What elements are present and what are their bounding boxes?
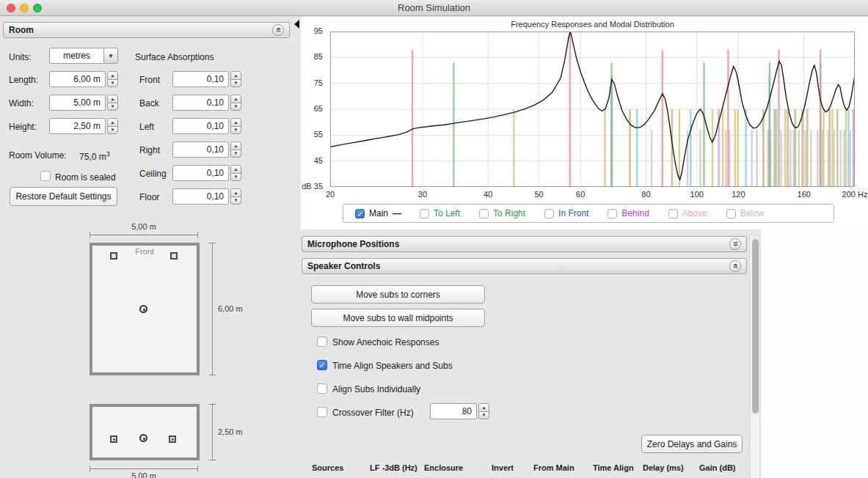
time-align-checkbox[interactable] — [317, 360, 327, 370]
y-axis-labels: dB 35455565758595 — [295, 0, 327, 213]
spinner-down-icon[interactable]: ▼ — [230, 196, 241, 205]
spinner-down-icon[interactable]: ▼ — [230, 173, 241, 182]
move-subs-to-corners-button[interactable]: Move subs to corners — [311, 285, 485, 304]
crossover-frequency-input[interactable]: 80 — [430, 403, 477, 419]
combo-arrow-button[interactable]: ▼ — [104, 48, 118, 64]
legend-item-above[interactable]: Above — [668, 208, 707, 218]
left-sub-icon[interactable] — [110, 435, 117, 443]
width-input[interactable]: 5,00 m — [49, 95, 106, 111]
side-view-height-dimension-line — [212, 404, 213, 460]
absorption-front-spinner[interactable]: 0,10 ▲▼ — [172, 71, 241, 87]
spinner-down-icon[interactable]: ▼ — [230, 126, 241, 135]
spinner-up-icon[interactable]: ▲ — [230, 118, 241, 127]
spinner-up-icon[interactable]: ▲ — [107, 118, 118, 127]
legend-item-in-front[interactable]: In Front — [544, 208, 588, 218]
spinner-buttons[interactable]: ▲▼ — [230, 188, 241, 205]
spinner-up-icon[interactable]: ▲ — [478, 403, 489, 412]
length-input[interactable]: 6,00 m — [49, 71, 106, 87]
window-titlebar: Room Simulation — [0, 0, 868, 16]
spinner-down-icon[interactable]: ▼ — [107, 79, 118, 88]
spinner-up-icon[interactable]: ▲ — [230, 141, 241, 150]
spinner-up-icon[interactable]: ▲ — [107, 95, 118, 103]
absorption-ceiling-input[interactable]: 0,10 — [172, 165, 229, 181]
mic-panel-expand-button[interactable] — [729, 238, 741, 250]
units-combobox[interactable]: metres ▼ — [49, 48, 118, 64]
top-view-length-dimension: 6,00 m — [218, 304, 243, 313]
legend-in-front-checkbox[interactable] — [544, 209, 554, 218]
legend-item-to-right[interactable]: To Right — [479, 208, 525, 218]
width-spinner[interactable]: 5,00 m ▲▼ — [49, 95, 118, 111]
legend-main-checkbox[interactable] — [355, 209, 365, 218]
height-spinner[interactable]: 2,50 m ▲▼ — [49, 118, 118, 134]
absorption-floor-input[interactable]: 0,10 — [172, 188, 229, 205]
spinner-up-icon[interactable]: ▲ — [230, 95, 241, 103]
absorption-right-input[interactable]: 0,10 — [172, 141, 229, 158]
legend-to-left-label: To Left — [434, 208, 460, 218]
spinner-up-icon[interactable]: ▲ — [230, 188, 241, 197]
spinner-buttons[interactable]: ▲▼ — [230, 71, 241, 87]
legend-to-right-checkbox[interactable] — [479, 209, 489, 218]
zero-delays-and-gains-button[interactable]: Zero Delays and Gains — [641, 435, 743, 453]
restore-defaults-button[interactable]: Restore Default Settings — [10, 187, 117, 206]
absorption-back-input[interactable]: 0,10 — [172, 95, 229, 111]
absorption-left-input[interactable]: 0,10 — [172, 118, 229, 134]
align-subs-individually-checkbox[interactable] — [317, 383, 327, 394]
height-input[interactable]: 2,50 m — [49, 118, 106, 134]
room-panel-header[interactable]: Room — [3, 22, 290, 38]
spinner-buttons[interactable]: ▲▼ — [230, 95, 241, 111]
spinner-down-icon[interactable]: ▼ — [230, 150, 241, 158]
spinner-up-icon[interactable]: ▲ — [230, 71, 241, 80]
legend-item-to-left[interactable]: To Left — [420, 208, 460, 218]
absorption-front-input[interactable]: 0,10 — [172, 71, 229, 87]
spinner-up-icon[interactable]: ▲ — [230, 165, 241, 174]
side-view-height-dimension: 2,50 m — [218, 427, 243, 436]
spinner-down-icon[interactable]: ▼ — [107, 103, 118, 111]
absorption-right-spinner[interactable]: 0,10 ▲▼ — [172, 141, 241, 158]
x-tick-label: 50 — [534, 190, 543, 199]
show-anechoic-responses-checkbox[interactable] — [317, 337, 327, 347]
vertical-scrollbar[interactable] — [749, 236, 760, 478]
absorption-back-spinner[interactable]: 0,10 ▲▼ — [172, 95, 241, 111]
listener-side-icon[interactable] — [139, 434, 147, 442]
legend-behind-checkbox[interactable] — [608, 209, 617, 218]
legend-below-checkbox[interactable] — [726, 209, 736, 218]
right-sub-icon[interactable] — [169, 435, 176, 443]
legend-item-below[interactable]: Below — [726, 208, 765, 218]
right-speaker-icon[interactable] — [170, 252, 178, 260]
listener-icon[interactable] — [139, 305, 147, 313]
absorption-floor-spinner[interactable]: 0,10 ▲▼ — [172, 188, 241, 205]
chart-legend: Main — To Left To Right In Front Behind … — [343, 204, 834, 223]
spinner-buttons[interactable]: ▲▼ — [107, 118, 118, 134]
speaker-panel-collapse-button[interactable] — [729, 260, 741, 272]
align-subs-individually-label: Align Subs Individually — [332, 384, 420, 394]
room-panel-collapse-button[interactable] — [272, 24, 284, 36]
legend-item-behind[interactable]: Behind — [608, 208, 649, 218]
room-volume-label: Room Volume: — [9, 150, 67, 161]
speaker-controls-header[interactable]: Speaker Controls — [302, 258, 747, 274]
spinner-buttons[interactable]: ▲▼ — [230, 118, 241, 134]
legend-to-left-checkbox[interactable] — [420, 209, 429, 218]
left-speaker-icon[interactable] — [110, 252, 117, 260]
length-spinner[interactable]: 6,00 m ▲▼ — [49, 71, 118, 87]
spinner-buttons[interactable]: ▲▼ — [107, 71, 118, 87]
y-tick-label: 95 — [314, 26, 323, 35]
spinner-down-icon[interactable]: ▼ — [478, 411, 489, 420]
move-subs-to-wall-midpoints-button[interactable]: Move subs to wall midpoints — [311, 309, 485, 327]
legend-above-checkbox[interactable] — [668, 209, 678, 218]
spinner-down-icon[interactable]: ▼ — [230, 103, 241, 111]
legend-item-main[interactable]: Main — — [355, 208, 401, 218]
crossover-frequency-spinner[interactable]: 80 ▲▼ — [430, 403, 489, 419]
scrollbar-thumb[interactable] — [752, 239, 759, 413]
spinner-buttons[interactable]: ▲▼ — [230, 165, 241, 181]
spinner-buttons[interactable]: ▲▼ — [230, 141, 241, 158]
spinner-buttons[interactable]: ▲▼ — [107, 95, 118, 111]
microphone-positions-header[interactable]: Microphone Positions — [302, 236, 747, 252]
crossover-filter-checkbox[interactable] — [317, 407, 327, 417]
spinner-buttons[interactable]: ▲▼ — [478, 403, 489, 419]
spinner-down-icon[interactable]: ▼ — [107, 126, 118, 135]
spinner-up-icon[interactable]: ▲ — [107, 71, 118, 80]
absorption-left-spinner[interactable]: 0,10 ▲▼ — [172, 118, 241, 134]
room-sealed-checkbox[interactable] — [40, 171, 51, 181]
spinner-down-icon[interactable]: ▼ — [230, 79, 241, 88]
absorption-ceiling-spinner[interactable]: 0,10 ▲▼ — [172, 165, 241, 181]
